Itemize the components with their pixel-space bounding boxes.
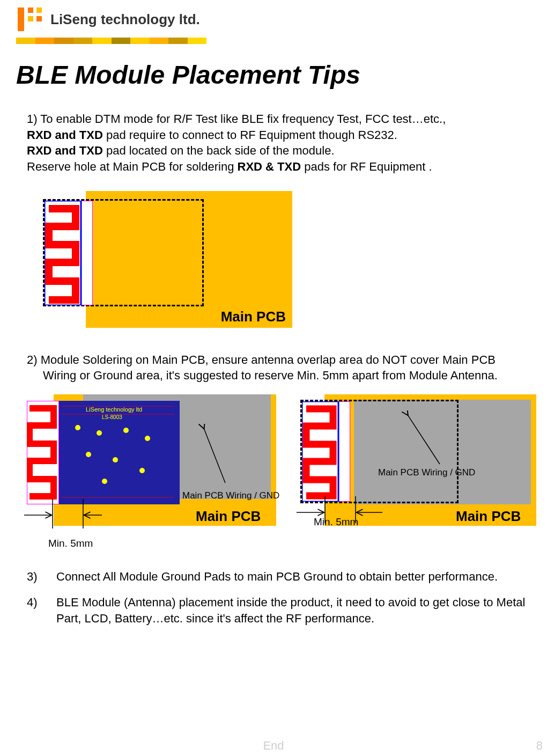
svg-point-18 xyxy=(102,479,107,484)
tip1-line2: RXD and TXD pad require to connect to RF… xyxy=(27,127,526,143)
right-wiring-label: Main PCB Wiring / GND xyxy=(378,467,475,479)
svg-line-29 xyxy=(408,415,440,464)
tip-1: 1) To enable DTM mode for R/F Test like … xyxy=(27,111,526,175)
svg-rect-3 xyxy=(28,16,33,21)
page-title: BLE Module Placement Tips xyxy=(16,60,547,90)
svg-point-17 xyxy=(139,468,145,473)
tip4-num: 4) xyxy=(27,594,56,626)
left-antenna-icon xyxy=(27,401,59,504)
tip1-line4: Reserve hole at Main PCB for soldering R… xyxy=(27,159,526,175)
tip3-num: 3) xyxy=(27,569,56,585)
svg-rect-1 xyxy=(28,8,33,13)
main-pcb-label: Main PCB xyxy=(221,307,286,326)
diagram-2: LiSeng technology ltd LS-8003 Main PCB W… xyxy=(27,394,531,555)
footer-page: 8 xyxy=(536,739,543,753)
tip1-line1: 1) To enable DTM mode for R/F Test like … xyxy=(27,111,526,127)
left-min5mm-label: Min. 5mm xyxy=(48,537,93,551)
right-main-pcb-label: Main PCB xyxy=(456,507,521,526)
right-antenna-icon xyxy=(302,401,350,502)
left-wiring-label: Main PCB Wiring / GND xyxy=(182,490,279,502)
right-arrow-icon xyxy=(391,410,456,469)
tip-4: 4) BLE Module (Antenna) placement inside… xyxy=(27,594,526,626)
svg-text:LiSeng technology ltd: LiSeng technology ltd xyxy=(86,406,142,413)
company-name: LiSeng technology ltd. xyxy=(50,11,200,28)
company-logo-icon xyxy=(16,5,44,33)
footer-end: End xyxy=(0,739,547,753)
body-content: 1) To enable DTM mode for R/F Test like … xyxy=(0,111,547,626)
tip4-text: BLE Module (Antenna) placement inside th… xyxy=(56,594,526,626)
svg-point-11 xyxy=(75,425,80,430)
svg-rect-27 xyxy=(302,401,350,502)
svg-line-22 xyxy=(204,428,225,483)
color-bar xyxy=(16,38,206,44)
tip-3: 3) Connect All Module Ground Pads to mai… xyxy=(27,569,526,585)
diagram-1: Main PCB xyxy=(35,191,292,331)
svg-rect-5 xyxy=(45,201,93,305)
tip1-line3: RXD and TXD pad located on the back side… xyxy=(27,143,526,159)
svg-rect-2 xyxy=(36,8,42,13)
tips-3-4: 3) Connect All Module Ground Pads to mai… xyxy=(27,569,526,626)
module-chip: LiSeng technology ltd LS-8003 xyxy=(56,401,180,504)
left-main-pcb-label: Main PCB xyxy=(196,507,261,526)
logo-row: LiSeng technology ltd. xyxy=(16,5,547,33)
svg-point-16 xyxy=(113,457,118,463)
svg-rect-0 xyxy=(18,8,24,31)
svg-point-15 xyxy=(86,452,91,457)
tip-2: 2) Module Soldering on Main PCB, ensure … xyxy=(27,352,526,384)
tip3-text: Connect All Module Ground Pads to main P… xyxy=(56,569,526,585)
svg-text:LS-8003: LS-8003 xyxy=(102,414,122,420)
svg-point-13 xyxy=(123,428,129,433)
svg-point-12 xyxy=(97,430,102,436)
tip2-text: 2) Module Soldering on Main PCB, ensure … xyxy=(27,352,526,384)
right-min5mm-label: Min. 5mm xyxy=(314,515,358,529)
page-header: LiSeng technology ltd. xyxy=(0,0,547,44)
svg-rect-4 xyxy=(36,16,42,21)
left-arrow-icon xyxy=(188,424,241,488)
antenna-icon xyxy=(45,201,93,305)
left-dimension-icon xyxy=(21,499,102,531)
svg-point-14 xyxy=(145,436,150,441)
